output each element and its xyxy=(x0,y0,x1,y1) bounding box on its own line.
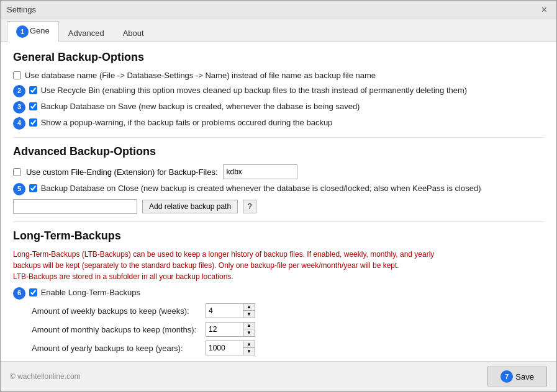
option-backup-on-save: 3 Backup Database on Save (new backup is… xyxy=(13,101,544,114)
sep-2 xyxy=(13,221,544,222)
checkbox-enable-ltb[interactable] xyxy=(29,288,37,296)
yearly-down[interactable]: ▼ xyxy=(243,348,255,355)
option-use-recycle-bin: 2 Use Recycle Bin (enabling this option … xyxy=(13,85,544,97)
general-backup-title: General Backup-Options xyxy=(13,51,544,64)
weekly-spinbox: ▲ ▼ xyxy=(206,303,255,318)
option-backup-on-close: 5 Backup Database on Close (new backup i… xyxy=(13,183,544,195)
backup-path-input[interactable] xyxy=(13,199,137,214)
title-bar: Settings × xyxy=(1,1,556,19)
save-label: Save xyxy=(515,372,534,381)
custom-file-ending-row: Use custom File-Ending (Extension) for B… xyxy=(13,164,544,179)
tab-advanced[interactable]: Advanced xyxy=(59,24,114,42)
badge-6: 6 xyxy=(13,287,25,300)
label-use-db-name: Use database name (File -> Database-Sett… xyxy=(25,70,376,81)
checkbox-custom-file-ending[interactable] xyxy=(13,168,21,176)
label-backup-on-save: Backup Database on Save (new backup is c… xyxy=(41,101,360,112)
checkbox-backup-on-close[interactable] xyxy=(29,184,37,192)
option-enable-ltb: 6 Enable Long-Term-Backups xyxy=(13,287,544,300)
save-badge: 7 xyxy=(500,370,513,383)
option-show-popup-warning: 4 Show a popup-warning, if the backup fa… xyxy=(13,117,544,130)
footer: © wachtellonline.com 7 Save xyxy=(1,361,556,391)
settings-window: Settings × 1Gene Advanced About General … xyxy=(0,0,557,392)
label-use-recycle-bin: Use Recycle Bin (enabling this option mo… xyxy=(41,85,468,96)
yearly-value[interactable] xyxy=(206,341,243,355)
tab-general[interactable]: 1Gene xyxy=(7,21,59,42)
add-path-button[interactable]: Add relative backup path xyxy=(142,200,238,213)
tab-general-badge: 1 xyxy=(16,25,29,38)
badge-4: 4 xyxy=(13,117,25,130)
close-button[interactable]: × xyxy=(538,4,550,16)
extension-input[interactable] xyxy=(223,164,297,179)
checkbox-show-popup-warning[interactable] xyxy=(29,118,37,127)
tab-advanced-label: Advanced xyxy=(68,29,104,38)
tab-general-label: Gene xyxy=(30,26,50,35)
window-title: Settings xyxy=(7,5,36,14)
yearly-up[interactable]: ▲ xyxy=(243,341,255,348)
ltb-description: Long-Term-Backups (LTB-Backups) can be u… xyxy=(13,249,544,282)
monthly-arrows: ▲ ▼ xyxy=(243,323,255,336)
checkbox-use-db-name[interactable] xyxy=(13,71,21,79)
yearly-backups-row: Amount of yearly backups to keep (years)… xyxy=(13,341,544,355)
save-button[interactable]: 7 Save xyxy=(487,367,547,386)
label-show-popup-warning: Show a popup-warning, if the backup fail… xyxy=(41,117,333,128)
tab-about[interactable]: About xyxy=(114,24,153,42)
monthly-spinbox: ▲ ▼ xyxy=(206,322,255,337)
tab-bar: 1Gene Advanced About xyxy=(1,19,556,42)
label-monthly-backups: Amount of monthly backups to keep (month… xyxy=(32,325,206,334)
label-weekly-backups: Amount of weekly backups to keep (weeks)… xyxy=(32,306,206,316)
tab-about-label: About xyxy=(123,29,144,38)
sep-1 xyxy=(13,137,544,138)
label-backup-on-close: Backup Database on Close (new backup is … xyxy=(41,183,481,194)
content-area: General Backup-Options Use database name… xyxy=(1,42,556,361)
weekly-value[interactable] xyxy=(206,304,243,318)
label-yearly-backups: Amount of yearly backups to keep (years)… xyxy=(32,344,206,353)
label-custom-file-ending: Use custom File-Ending (Extension) for B… xyxy=(26,167,218,177)
badge-2: 2 xyxy=(13,85,25,97)
badge-3: 3 xyxy=(13,101,25,114)
help-button[interactable]: ? xyxy=(243,200,256,213)
checkbox-use-recycle-bin[interactable] xyxy=(29,86,37,94)
yearly-spinbox: ▲ ▼ xyxy=(206,341,255,355)
watermark: © wachtellonline.com xyxy=(10,372,81,381)
advanced-backup-title: Advanced Backup-Options xyxy=(13,145,544,158)
monthly-backups-row: Amount of monthly backups to keep (month… xyxy=(13,322,544,337)
advanced-backup-section: Advanced Backup-Options Use custom File-… xyxy=(13,145,544,214)
monthly-value[interactable] xyxy=(206,323,243,336)
ltb-section: Long-Term-Backups Long-Term-Backups (LTB… xyxy=(13,229,544,355)
ltb-title: Long-Term-Backups xyxy=(13,229,544,243)
backup-path-row: Add relative backup path ? xyxy=(13,199,544,214)
weekly-up[interactable]: ▲ xyxy=(243,304,255,311)
weekly-down[interactable]: ▼ xyxy=(243,311,255,318)
option-use-db-name: Use database name (File -> Database-Sett… xyxy=(13,70,544,81)
badge-5: 5 xyxy=(13,183,25,195)
label-enable-ltb: Enable Long-Term-Backups xyxy=(41,287,140,298)
monthly-down[interactable]: ▼ xyxy=(243,329,255,336)
weekly-arrows: ▲ ▼ xyxy=(243,304,255,318)
monthly-up[interactable]: ▲ xyxy=(243,323,255,329)
checkbox-backup-on-save[interactable] xyxy=(29,102,37,110)
weekly-backups-row: Amount of weekly backups to keep (weeks)… xyxy=(13,303,544,318)
yearly-arrows: ▲ ▼ xyxy=(243,341,255,355)
general-backup-section: General Backup-Options Use database name… xyxy=(13,51,544,130)
